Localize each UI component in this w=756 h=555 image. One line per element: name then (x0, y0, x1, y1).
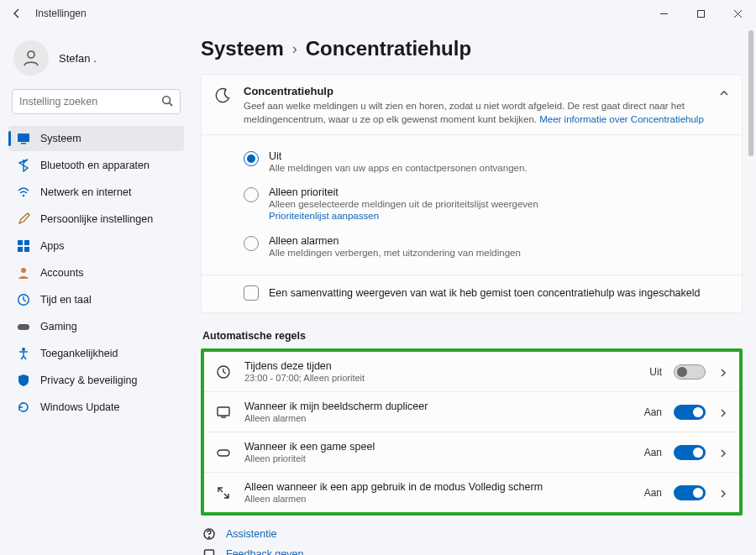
sidebar-item-windows-update[interactable]: Windows Update (8, 395, 184, 420)
footer-links: Assistentie Feedback geven (202, 527, 743, 555)
rule-state: Aan (644, 487, 662, 499)
game-icon (214, 443, 233, 462)
rule-title: Alleen wanneer ik een app gebruik in de … (244, 481, 633, 493)
person-icon (17, 266, 30, 280)
toggle-switch[interactable] (674, 364, 706, 380)
close-button[interactable] (719, 0, 756, 27)
toggle-switch[interactable] (674, 405, 706, 420)
back-icon[interactable] (12, 8, 22, 18)
sidebar-item-tijd[interactable]: Tijd en taal (8, 287, 184, 312)
svg-rect-19 (205, 550, 214, 555)
titlebar: Instellingen (0, 0, 756, 27)
sidebar-item-toegankelijkheid[interactable]: Toegankelijkheid (8, 341, 184, 366)
radio-desc: Alle meldingen van uw apps en contactper… (269, 163, 528, 173)
toggle-switch[interactable] (674, 485, 706, 500)
radio-label: Alleen alarmen (269, 235, 521, 247)
svg-point-13 (22, 348, 25, 351)
feedback-link[interactable]: Feedback geven (202, 547, 743, 555)
radio-desc: Alleen geselecteerde meldingen uit de pr… (269, 199, 538, 209)
brush-icon (17, 212, 30, 226)
svg-rect-6 (18, 240, 23, 245)
nav-list: Systeem Bluetooth en apparaten Netwerk e… (8, 126, 184, 420)
scrollbar[interactable] (748, 30, 753, 552)
scrollbar-thumb[interactable] (748, 30, 753, 156)
clock-icon (17, 293, 30, 306)
chevron-right-icon: › (292, 40, 297, 58)
sidebar-item-label: Gaming (40, 321, 77, 332)
sidebar-item-systeem[interactable]: Systeem (8, 126, 184, 151)
sidebar-item-accounts[interactable]: Accounts (8, 260, 184, 285)
sidebar-item-label: Persoonlijke instellingen (40, 213, 153, 225)
svg-point-18 (208, 537, 209, 538)
summary-checkbox-row[interactable]: Een samenvatting weergeven van wat ik he… (202, 275, 742, 312)
rule-desc: Alleen prioriteit (244, 453, 633, 463)
radio-label: Uit (269, 150, 528, 162)
radio-label: Alleen prioriteit (269, 186, 538, 198)
rule-during-hours[interactable]: Tijdens deze tijden 23:00 - 07:00; Allee… (204, 352, 739, 392)
search-input[interactable] (19, 96, 161, 107)
search-icon (161, 95, 173, 109)
rule-fullscreen-app[interactable]: Alleen wanneer ik een app gebruik in de … (204, 473, 739, 512)
moon-icon (213, 86, 232, 105)
rule-duplicate-display[interactable]: Wanneer ik mijn beeldscherm dupliceer Al… (204, 392, 739, 432)
user-name: Stefan . (59, 52, 97, 65)
rule-state: Aan (644, 447, 662, 458)
link-label: Feedback geven (226, 548, 303, 555)
feedback-icon (202, 547, 216, 555)
minimize-button[interactable] (645, 0, 682, 27)
sidebar-item-label: Toegankelijkheid (40, 348, 118, 359)
focus-assist-card: Concentratiehulp Geef aan welke meldinge… (201, 74, 743, 313)
sidebar-item-label: Netwerk en internet (40, 186, 131, 198)
link-label: Assistentie (226, 528, 276, 540)
automatic-rules-box: Tijdens deze tijden 23:00 - 07:00; Allee… (201, 348, 743, 516)
svg-rect-9 (24, 247, 29, 252)
sidebar-item-gaming[interactable]: Gaming (8, 314, 184, 339)
help-icon (202, 527, 216, 541)
user-row[interactable]: Stefan . (8, 35, 184, 89)
app-title: Instellingen (35, 8, 87, 19)
sidebar-item-netwerk[interactable]: Netwerk en internet (8, 180, 184, 205)
maximize-button[interactable] (682, 0, 719, 27)
svg-rect-8 (18, 247, 23, 252)
checkbox-icon (244, 285, 259, 301)
svg-point-1 (28, 51, 34, 58)
svg-rect-7 (24, 240, 29, 245)
priority-list-link[interactable]: Prioriteitenlijst aanpassen (269, 211, 379, 221)
monitor-icon (214, 403, 233, 421)
sidebar-item-privacy[interactable]: Privacy & beveiliging (8, 368, 184, 393)
radio-group: Uit Alle meldingen van uw apps en contac… (202, 135, 742, 275)
update-icon (17, 401, 30, 414)
help-link[interactable]: Assistentie (202, 527, 743, 541)
sidebar-item-label: Privacy & beveiliging (40, 374, 137, 386)
search-box[interactable] (12, 89, 181, 114)
card-header[interactable]: Concentratiehulp Geef aan welke meldinge… (202, 75, 742, 135)
rules-heading: Automatische regels (202, 330, 743, 342)
radio-option-uit[interactable]: Uit Alle meldingen van uw apps en contac… (244, 144, 730, 180)
sidebar-item-bluetooth[interactable]: Bluetooth en apparaten (8, 153, 184, 178)
radio-option-alarmen[interactable]: Alleen alarmen Alle meldingen verbergen,… (244, 228, 730, 264)
sidebar: Stefan . Systeem Bluetooth en apparaten … (0, 27, 189, 555)
svg-rect-0 (697, 10, 704, 17)
accessibility-icon (17, 347, 30, 360)
clock-icon (214, 363, 233, 381)
chevron-right-icon (717, 407, 729, 419)
radio-icon (244, 187, 259, 202)
radio-icon (244, 236, 259, 251)
chevron-right-icon (717, 367, 729, 379)
radio-option-prioriteit[interactable]: Alleen prioriteit Alleen geselecteerde m… (244, 180, 730, 228)
breadcrumb-parent[interactable]: Systeem (201, 37, 284, 60)
svg-rect-12 (18, 324, 29, 330)
rule-playing-game[interactable]: Wanneer ik een game speel Alleen priorit… (204, 432, 739, 473)
sidebar-item-label: Windows Update (40, 401, 120, 413)
chevron-right-icon (717, 448, 729, 459)
chevron-up-icon (718, 87, 730, 99)
svg-rect-3 (18, 134, 29, 142)
rule-state: Uit (649, 366, 662, 378)
main-content: Systeem › Concentratiehulp Concentratieh… (189, 27, 756, 555)
svg-point-2 (163, 96, 171, 103)
apps-icon (17, 239, 30, 253)
sidebar-item-persoonlijke[interactable]: Persoonlijke instellingen (8, 207, 184, 232)
learn-more-link[interactable]: Meer informatie over Concentratiehulp (539, 114, 704, 124)
sidebar-item-apps[interactable]: Apps (8, 233, 184, 259)
toggle-switch[interactable] (674, 445, 706, 460)
